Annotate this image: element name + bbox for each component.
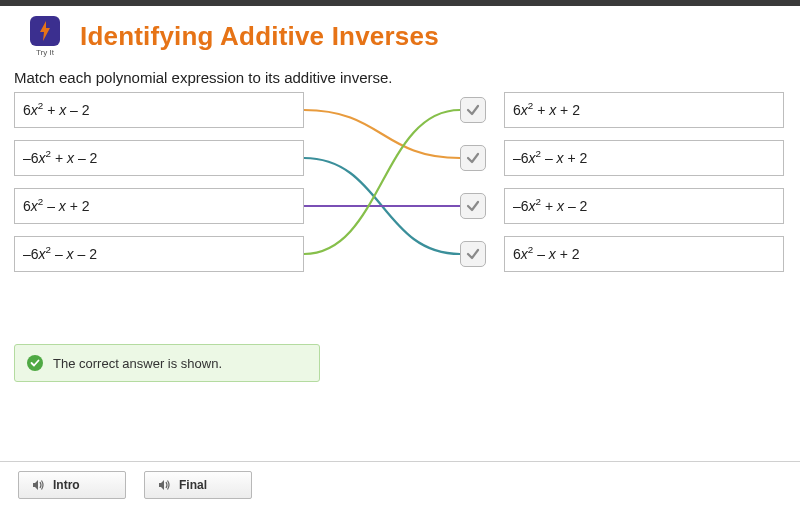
button-label: Intro	[53, 478, 80, 492]
check-icon	[460, 193, 486, 219]
check-icon	[460, 145, 486, 171]
bottom-bar: Intro Final	[0, 461, 800, 507]
right-expression-3[interactable]: 6x2 – x + 2	[504, 236, 784, 272]
check-icon	[460, 97, 486, 123]
speaker-icon	[31, 478, 45, 492]
feedback-text: The correct answer is shown.	[53, 356, 222, 371]
check-column	[460, 92, 492, 289]
page-title: Identifying Additive Inverses	[80, 21, 439, 52]
right-expression-2[interactable]: –6x2 + x – 2	[504, 188, 784, 224]
try-it-label: Try It	[28, 48, 62, 57]
right-expression-1[interactable]: –6x2 – x + 2	[504, 140, 784, 176]
expr-text: 6x2 + x + 2	[513, 102, 580, 118]
intro-audio-button[interactable]: Intro	[18, 471, 126, 499]
instruction-text: Match each polynomial expression to its …	[0, 61, 800, 92]
expr-text: –6x2 + x – 2	[513, 198, 587, 214]
expr-text: –6x2 + x – 2	[23, 150, 97, 166]
speaker-icon	[157, 478, 171, 492]
expr-text: 6x2 + x – 2	[23, 102, 90, 118]
expr-text: 6x2 – x + 2	[23, 198, 90, 214]
header: Try It Identifying Additive Inverses	[0, 6, 800, 61]
right-expression-0[interactable]: 6x2 + x + 2	[504, 92, 784, 128]
expr-text: –6x2 – x – 2	[23, 246, 97, 262]
left-expression-3[interactable]: –6x2 – x – 2	[14, 236, 304, 272]
check-icon	[460, 241, 486, 267]
final-audio-button[interactable]: Final	[144, 471, 252, 499]
left-expression-1[interactable]: –6x2 + x – 2	[14, 140, 304, 176]
matching-area: 6x2 + x – 2 –6x2 + x – 2 6x2 – x + 2 –6x…	[0, 92, 800, 302]
expr-text: –6x2 – x + 2	[513, 150, 587, 166]
left-column: 6x2 + x – 2 –6x2 + x – 2 6x2 – x + 2 –6x…	[14, 92, 304, 284]
feedback-banner: The correct answer is shown.	[14, 344, 320, 382]
left-expression-0[interactable]: 6x2 + x – 2	[14, 92, 304, 128]
try-it-badge: Try It	[28, 16, 62, 57]
checkmark-circle-icon	[27, 355, 43, 371]
button-label: Final	[179, 478, 207, 492]
left-expression-2[interactable]: 6x2 – x + 2	[14, 188, 304, 224]
right-column: 6x2 + x + 2 –6x2 – x + 2 –6x2 + x – 2 6x…	[504, 92, 784, 284]
expr-text: 6x2 – x + 2	[513, 246, 580, 262]
bolt-icon	[30, 16, 60, 46]
